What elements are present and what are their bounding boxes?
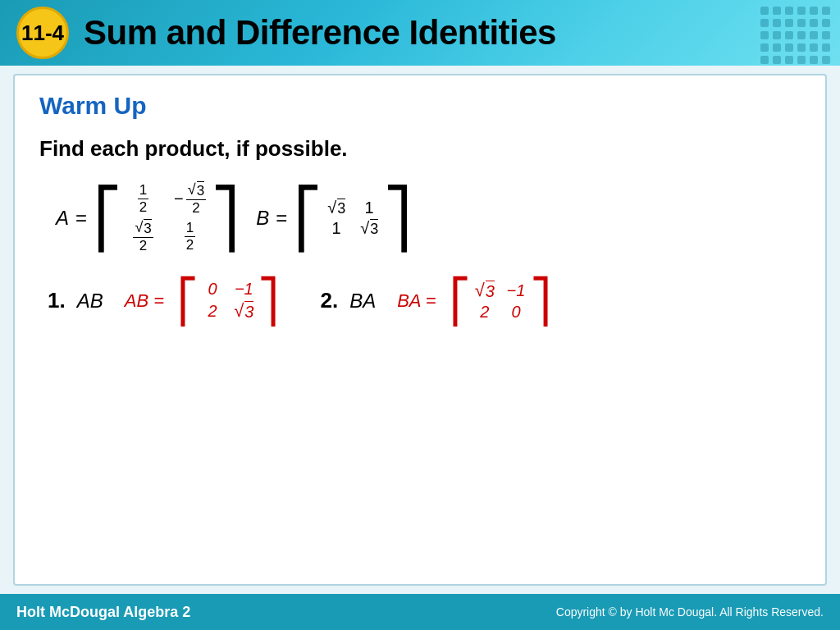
cell-a-r1c2: − √3 2	[174, 181, 206, 217]
problem1-number: 1.	[48, 288, 66, 313]
frac-sqrt3-2-neg: √3 2	[186, 181, 206, 217]
lesson-badge: 11-4	[16, 7, 69, 59]
cell-b-r2c2: √3	[360, 219, 378, 238]
matrix-a: ⎡ 1 2 − √3	[94, 181, 240, 255]
answer2-label: BA =	[397, 290, 436, 312]
ans2-r2c2: 0	[506, 303, 526, 322]
frac-1-2-b: 1 2	[185, 220, 195, 254]
matrix-a-content: 1 2 − √3 2	[122, 181, 211, 255]
footer: Holt McDougal Algebra 2 Copyright © by H…	[0, 594, 840, 630]
badge-text: 11-4	[21, 21, 64, 46]
footer-publisher: Holt McDougal Algebra 2	[16, 604, 190, 621]
ans1-r2c2: √3	[234, 300, 253, 322]
equals-a: =	[75, 207, 87, 230]
header: 11-4 Sum and Difference Identities	[0, 0, 840, 66]
equals-b: =	[276, 207, 287, 230]
matrix-b: ⎡ √3 1 1 √3 ⎤	[294, 189, 412, 247]
answer2-matrix: ⎡ √3 −1 2 0 ⎤	[450, 280, 551, 322]
ans-bracket-left-2: ⎡	[450, 280, 471, 322]
cell-a-r2c2: 1 2	[174, 219, 206, 255]
ans1-r1c2: −1	[234, 280, 253, 299]
problems-row: 1. AB AB = ⎡ 0 −1 2 √3 ⎤ 2. BA	[39, 280, 801, 322]
cell-b-r1c1: √3	[327, 199, 345, 217]
bracket-right-b: ⎤	[383, 189, 412, 247]
main-content: Warm Up Find each product, if possible. …	[0, 66, 840, 594]
ans2-content: √3 −1 2 0	[471, 280, 530, 322]
instruction-text: Find each product, if possible.	[39, 136, 801, 162]
footer-copyright: Copyright © by Holt Mc Dougal. All Right…	[556, 605, 824, 619]
cell-a-r2c1: √3 2	[127, 219, 159, 255]
ans2-r1c1: √3	[475, 280, 495, 301]
ans1-r1c1: 0	[203, 280, 222, 299]
frac-sqrt3-2: √3 2	[133, 219, 153, 255]
answer1-label: AB =	[125, 290, 164, 312]
cell-b-r2c1: 1	[327, 219, 345, 238]
ans2-r2c1: 2	[475, 303, 495, 322]
problem1-var: AB	[77, 290, 103, 313]
ans-bracket-left-1: ⎡	[177, 280, 199, 322]
ans2-r1c2: −1	[506, 280, 526, 301]
cell-a-r1c1: 1 2	[127, 181, 159, 217]
header-title: Sum and Difference Identities	[84, 13, 556, 52]
cell-b-r1c2: 1	[360, 199, 378, 217]
ans-bracket-right-1: ⎤	[258, 280, 279, 322]
matrix-b-content: √3 1 1 √3	[322, 199, 383, 238]
bracket-right-a: ⎤	[211, 189, 240, 247]
ans1-content: 0 −1 2 √3	[199, 280, 258, 322]
answer1-matrix: ⎡ 0 −1 2 √3 ⎤	[177, 280, 279, 322]
matrix-definitions: A = ⎡ 1 2 − √3	[39, 181, 801, 255]
bracket-left-b: ⎡	[294, 189, 322, 247]
ans-bracket-right-2: ⎤	[530, 280, 551, 322]
bracket-left-a: ⎡	[94, 189, 122, 247]
frac-1-2: 1 2	[138, 182, 148, 217]
problem2-number: 2.	[320, 288, 338, 313]
matrix-a-label: A	[56, 207, 69, 230]
problem2-var: BA	[349, 290, 376, 313]
content-box: Warm Up Find each product, if possible. …	[13, 74, 827, 586]
decorative-dots	[760, 7, 832, 66]
matrix-b-label: B	[256, 207, 269, 230]
ans1-r2c1: 2	[203, 300, 222, 322]
warm-up-title: Warm Up	[39, 92, 801, 120]
